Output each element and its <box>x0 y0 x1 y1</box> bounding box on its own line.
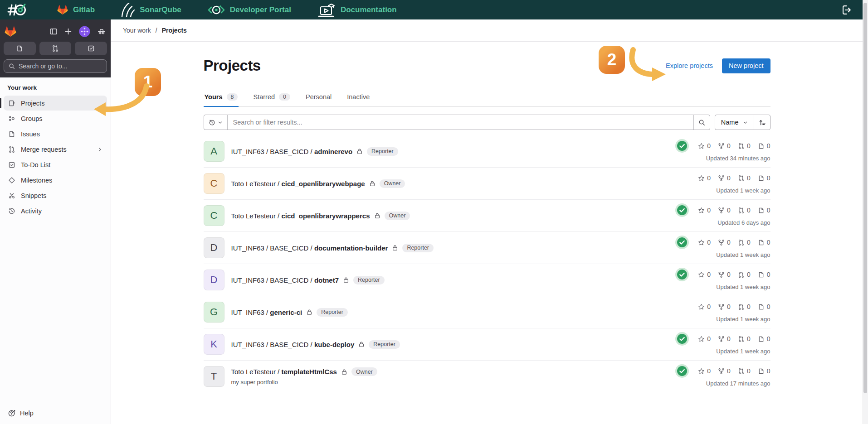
forks-stat[interactable]: 0 <box>718 367 731 375</box>
issues-stat[interactable]: 0 <box>758 271 770 278</box>
sidebar-item-activity[interactable]: Activity <box>4 203 107 218</box>
filter-search-input[interactable] <box>228 115 693 130</box>
sidebar-item-snippets[interactable]: Snippets <box>4 188 107 203</box>
fork-icon <box>718 239 725 246</box>
forks-stat[interactable]: 0 <box>718 142 731 149</box>
project-avatar[interactable]: D <box>204 270 224 290</box>
page-scrollbar[interactable] <box>863 0 868 424</box>
stars-stat[interactable]: 0 <box>698 207 711 214</box>
forks-stat[interactable]: 0 <box>718 271 731 278</box>
forks-stat[interactable]: 0 <box>718 335 731 342</box>
tab-starred[interactable]: Starred 0 <box>252 89 291 107</box>
project-link[interactable]: Toto LeTesteur / templateHtmlCss <box>231 368 337 376</box>
hash-target-logo-icon[interactable] <box>7 2 28 18</box>
help-button[interactable]: Help <box>4 406 107 420</box>
issues-stat[interactable]: 0 <box>758 335 770 342</box>
project-avatar[interactable]: A <box>204 141 224 162</box>
issues-stat[interactable]: 0 <box>758 239 770 246</box>
project-link[interactable]: IUT_INF63 / BASE_CICD / kube-deploy <box>231 341 355 348</box>
nav-link-gitlab[interactable]: Gitlab <box>57 5 95 15</box>
search-or-go-to-input[interactable]: Search or go to... <box>4 59 107 73</box>
merge-requests-stat[interactable]: 0 <box>738 271 751 278</box>
project-link[interactable]: Toto LeTesteur / cicd_openlibrarywebpage <box>231 180 365 188</box>
sort-by-dropdown[interactable]: Name <box>715 115 754 130</box>
shortcut-merge-requests-button[interactable] <box>39 42 72 55</box>
nav-link-sonarqube[interactable]: SonarQube <box>121 3 181 17</box>
issues-stat[interactable]: 0 <box>758 367 770 375</box>
new-project-button[interactable]: New project <box>722 58 770 73</box>
gitlab-logo-icon[interactable] <box>5 26 16 37</box>
merge-request-icon <box>738 239 745 246</box>
sidebar-item-merge-requests[interactable]: Merge requests <box>4 142 107 157</box>
stars-stat[interactable]: 0 <box>698 303 711 310</box>
project-avatar[interactable]: K <box>204 334 224 355</box>
project-avatar[interactable]: C <box>204 205 224 226</box>
pipeline-success-icon[interactable] <box>677 334 687 344</box>
pipeline-success-icon[interactable] <box>677 237 687 247</box>
sidebar-item-projects[interactable]: Projects <box>4 96 107 111</box>
merge-requests-stat[interactable]: 0 <box>738 207 751 214</box>
merge-requests-stat[interactable]: 0 <box>738 335 751 342</box>
sidebar-item-todo-list[interactable]: To-Do List <box>4 157 107 172</box>
scrollbar-thumb[interactable] <box>863 3 867 393</box>
issues-stat[interactable]: 0 <box>758 303 770 310</box>
merge-requests-stat[interactable]: 0 <box>738 239 751 246</box>
breadcrumb-your-work-link[interactable]: Your work <box>123 27 151 34</box>
stars-stat[interactable]: 0 <box>698 367 711 375</box>
issues-stat[interactable]: 0 <box>758 174 770 182</box>
tab-inactive[interactable]: Inactive <box>346 89 371 107</box>
forks-stat[interactable]: 0 <box>718 207 731 214</box>
filter-history-dropdown[interactable] <box>204 115 228 130</box>
sidebar-item-groups[interactable]: Groups <box>4 111 107 126</box>
stars-stat[interactable]: 0 <box>698 239 711 246</box>
merge-requests-stat[interactable]: 0 <box>738 142 751 149</box>
sidebar-item-milestones[interactable]: Milestones <box>4 173 107 188</box>
sidebar-toggle-icon[interactable] <box>49 28 58 35</box>
stars-stat[interactable]: 0 <box>698 271 711 278</box>
forks-stat[interactable]: 0 <box>718 174 731 182</box>
logout-icon[interactable] <box>840 4 853 16</box>
nav-link-developer-portal[interactable]: Developer Portal <box>208 4 291 16</box>
project-avatar[interactable]: T <box>204 366 224 387</box>
fork-icon <box>718 271 725 278</box>
stars-stat[interactable]: 0 <box>698 335 711 342</box>
project-avatar[interactable]: C <box>204 173 224 194</box>
search-icon <box>9 63 15 69</box>
merge-requests-stat[interactable]: 0 <box>738 174 751 182</box>
project-avatar[interactable]: G <box>204 302 224 323</box>
forks-stat[interactable]: 0 <box>718 303 731 310</box>
role-badge: Owner <box>385 212 410 220</box>
sidebar-item-issues[interactable]: Issues <box>4 126 107 141</box>
project-link[interactable]: IUT_INF63 / BASE_CICD / adminerevo <box>231 148 353 155</box>
forks-stat[interactable]: 0 <box>718 239 731 246</box>
tab-yours[interactable]: Yours 8 <box>204 89 239 107</box>
merge-requests-stat[interactable]: 0 <box>738 303 751 310</box>
tab-personal[interactable]: Personal <box>305 89 332 107</box>
issues-stat[interactable]: 0 <box>758 207 770 214</box>
impersonation-spy-icon[interactable] <box>97 27 106 35</box>
project-link[interactable]: IUT_INF63 / BASE_CICD / documentation-bu… <box>231 244 388 252</box>
pipeline-success-icon[interactable] <box>677 366 687 376</box>
project-link[interactable]: IUT_INF63 / BASE_CICD / dotnet7 <box>231 276 339 284</box>
create-new-plus-icon[interactable] <box>64 28 72 35</box>
role-badge: Reporter <box>353 276 385 284</box>
project-link[interactable]: Toto LeTesteur / cicd_openlibrarywrapper… <box>231 212 370 220</box>
nav-link-documentation[interactable]: Documentation <box>317 3 397 17</box>
issues-stat[interactable]: 0 <box>758 142 770 149</box>
merge-request-icon <box>738 304 745 310</box>
project-avatar[interactable]: D <box>204 237 224 258</box>
sort-direction-button[interactable] <box>754 115 770 130</box>
pipeline-success-icon[interactable] <box>677 141 687 151</box>
stars-stat[interactable]: 0 <box>698 174 711 182</box>
user-avatar[interactable] <box>79 26 90 37</box>
filter-search-button[interactable] <box>693 115 710 130</box>
breadcrumb-separator: / <box>156 27 157 34</box>
explore-projects-link[interactable]: Explore projects <box>666 62 713 69</box>
merge-requests-stat[interactable]: 0 <box>738 367 751 375</box>
stars-stat[interactable]: 0 <box>698 142 711 149</box>
shortcut-todo-button[interactable] <box>75 42 107 55</box>
project-link[interactable]: IUT_INF63 / generic-ci <box>231 308 302 316</box>
pipeline-success-icon[interactable] <box>677 270 687 279</box>
shortcut-issues-button[interactable] <box>4 42 36 55</box>
pipeline-success-icon[interactable] <box>677 205 687 215</box>
